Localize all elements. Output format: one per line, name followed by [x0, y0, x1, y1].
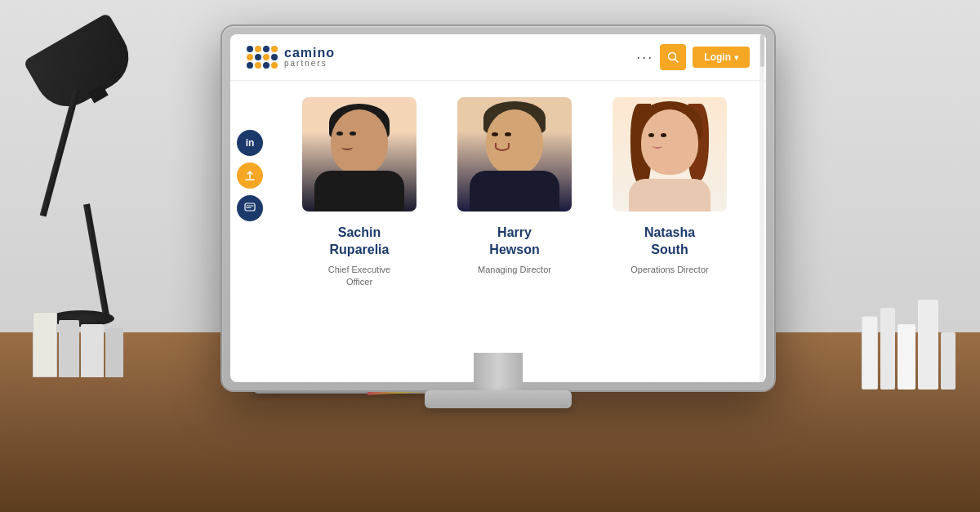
logo-dots: [247, 46, 278, 69]
logo-area: camino partners: [247, 46, 335, 69]
header-right: ··· Login ▾: [636, 44, 750, 70]
sachin-smile: [341, 145, 353, 150]
svg-rect-2: [245, 203, 255, 211]
dot-12: [271, 62, 278, 69]
folder-4: [918, 300, 938, 390]
natasha-body: [629, 179, 710, 211]
dot-1: [247, 46, 253, 52]
harry-face: [486, 109, 543, 175]
monitor-stand-base: [425, 390, 572, 408]
team-member-harry: HarryHewson Managing Director: [449, 97, 580, 276]
books-left: [33, 312, 123, 377]
chat-icon: [244, 203, 256, 214]
dot-4: [271, 46, 278, 52]
lamp-arm2: [83, 203, 109, 317]
search-button[interactable]: [660, 44, 686, 70]
sachin-face: [331, 109, 388, 175]
sachin-name: SachinRuparelia: [330, 225, 390, 259]
harry-eye-right: [505, 132, 511, 136]
sidebar: in: [230, 81, 270, 382]
natasha-smile: [653, 144, 662, 149]
team-member-natasha: NatashaSouth Operations Director: [604, 97, 735, 276]
sachin-eye-right: [350, 131, 356, 136]
dot-3: [263, 46, 270, 52]
dot-11: [263, 62, 270, 69]
book-3: [81, 324, 104, 377]
book-1: [33, 312, 57, 377]
logo-brand: camino: [284, 47, 335, 60]
search-icon: [667, 51, 679, 63]
lamp-head: [23, 12, 140, 118]
monitor-neck: [474, 353, 523, 394]
monitor: camino partners ··· L: [220, 24, 776, 441]
logo-sub: partners: [284, 60, 335, 68]
monitor-frame: camino partners ··· L: [220, 24, 776, 392]
dot-7: [263, 54, 270, 60]
folder-5: [941, 332, 956, 390]
logo-text: camino partners: [284, 47, 335, 68]
login-label: Login: [704, 51, 731, 63]
content-area: SachinRuparelia Chief ExecutiveOfficer: [270, 81, 766, 382]
sachin-body: [314, 171, 404, 211]
natasha-name: NatashaSouth: [644, 225, 695, 259]
website-container: camino partners ··· L: [230, 34, 766, 382]
avatar-natasha: [612, 97, 727, 211]
natasha-face: [641, 109, 698, 175]
upload-icon: [244, 170, 256, 181]
harry-name: HarryHewson: [489, 225, 539, 259]
natasha-title: Operations Director: [630, 264, 708, 276]
sachin-eye-left: [336, 131, 343, 136]
site-header: camino partners ··· L: [230, 34, 766, 81]
dot-6: [255, 54, 261, 60]
dot-2: [255, 46, 261, 52]
folder-2: [880, 308, 895, 390]
monitor-screen: camino partners ··· L: [230, 34, 766, 382]
lamp-arm1: [40, 89, 80, 217]
harry-smile: [495, 143, 510, 151]
upload-icon-button[interactable]: [237, 163, 263, 189]
sachin-title: Chief ExecutiveOfficer: [328, 264, 390, 289]
folder-3: [898, 324, 915, 390]
svg-line-1: [675, 60, 679, 63]
folder-1: [862, 316, 878, 390]
harry-title: Managing Director: [478, 264, 551, 276]
login-button[interactable]: Login ▾: [693, 47, 750, 68]
natasha-eye-left: [648, 133, 654, 137]
avatar-harry: [457, 97, 572, 211]
book-4: [105, 328, 123, 377]
scrollbar-thumb[interactable]: [760, 34, 764, 67]
book-2: [59, 320, 79, 377]
harry-body: [470, 171, 559, 211]
team-member-sachin: SachinRuparelia Chief ExecutiveOfficer: [294, 97, 425, 288]
dot-8: [271, 54, 278, 60]
natasha-eye-right: [661, 133, 666, 137]
linkedin-social-icon[interactable]: in: [237, 130, 263, 156]
team-grid: SachinRuparelia Chief ExecutiveOfficer: [294, 97, 742, 288]
chat-icon-button[interactable]: [237, 195, 263, 221]
harry-eye-left: [492, 132, 498, 136]
right-books: [862, 300, 956, 390]
dots-menu-button[interactable]: ···: [636, 49, 653, 66]
dot-10: [255, 62, 261, 69]
dot-5: [247, 54, 253, 60]
avatar-sachin: [302, 97, 416, 211]
dot-9: [247, 62, 253, 69]
chevron-down-icon: ▾: [734, 53, 738, 62]
site-main: in: [230, 81, 766, 382]
